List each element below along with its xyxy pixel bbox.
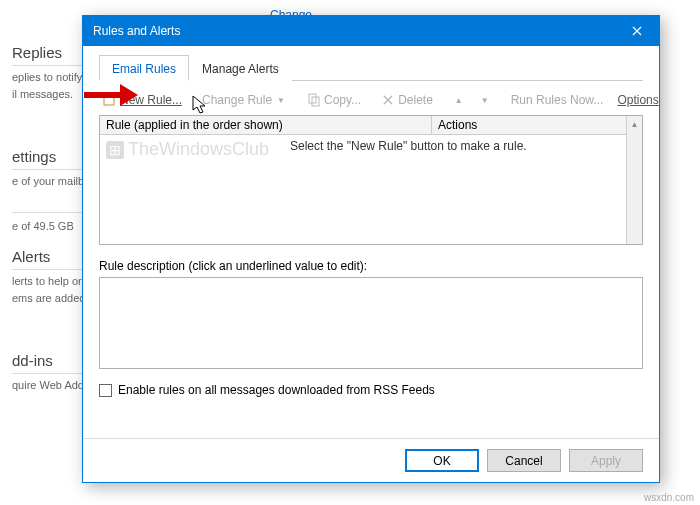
move-up-button[interactable]: ▲: [449, 94, 469, 107]
rss-checkbox[interactable]: [99, 384, 112, 397]
tab-manage-alerts[interactable]: Manage Alerts: [189, 55, 292, 81]
copy-label: Copy...: [324, 93, 361, 107]
watermark-text: TheWindowsClub: [128, 139, 269, 160]
delete-label: Delete: [398, 93, 433, 107]
rss-checkbox-row[interactable]: Enable rules on all messages downloaded …: [99, 383, 643, 397]
chevron-down-icon: ▼: [275, 96, 287, 105]
change-rule-label: Change Rule: [202, 93, 272, 107]
rule-description-label: Rule description (click an underlined va…: [99, 259, 643, 273]
close-button[interactable]: [614, 16, 659, 46]
scrollbar[interactable]: ▲: [626, 116, 642, 244]
ok-button[interactable]: OK: [405, 449, 479, 472]
dialog-title: Rules and Alerts: [93, 24, 614, 38]
rules-toolbar: New Rule... Change Rule ▼ Copy... Delete: [99, 87, 643, 115]
change-rule-button[interactable]: Change Rule ▼: [198, 91, 291, 109]
cancel-button[interactable]: Cancel: [487, 449, 561, 472]
scroll-up-icon: ▲: [627, 116, 642, 132]
delete-icon: [381, 93, 395, 107]
options-button[interactable]: Options: [613, 91, 662, 109]
image-credit: wsxdn.com: [644, 492, 694, 503]
column-actions[interactable]: Actions: [432, 116, 642, 134]
dialog-titlebar[interactable]: Rules and Alerts: [83, 16, 659, 46]
rules-and-alerts-dialog: Rules and Alerts Email Rules Manage Aler…: [82, 15, 660, 483]
apply-button[interactable]: Apply: [569, 449, 643, 472]
rule-list-body[interactable]: ⊞ TheWindowsClub Select the "New Rule" b…: [100, 135, 642, 244]
rule-description-box[interactable]: [99, 277, 643, 369]
move-down-button[interactable]: ▼: [475, 94, 495, 107]
delete-button[interactable]: Delete: [377, 91, 437, 109]
copy-icon: [307, 93, 321, 107]
empty-list-hint: Select the "New Rule" button to make a r…: [290, 139, 527, 153]
rule-list-header: Rule (applied in the order shown) Action…: [100, 116, 642, 135]
callout-arrow-icon: [82, 80, 138, 114]
run-rules-label: Run Rules Now...: [511, 93, 604, 107]
tab-bar: Email Rules Manage Alerts: [99, 54, 643, 81]
options-label: Options: [617, 93, 658, 107]
dialog-button-row: OK Cancel Apply: [83, 438, 659, 482]
run-rules-now-button[interactable]: Run Rules Now...: [507, 91, 608, 109]
arrow-up-icon: ▲: [453, 96, 465, 105]
copy-button[interactable]: Copy...: [303, 91, 365, 109]
rss-checkbox-label: Enable rules on all messages downloaded …: [118, 383, 435, 397]
close-icon: [632, 26, 642, 36]
rule-list: Rule (applied in the order shown) Action…: [99, 115, 643, 245]
arrow-down-icon: ▼: [479, 96, 491, 105]
watermark-icon: ⊞: [106, 141, 124, 159]
watermark: ⊞ TheWindowsClub: [106, 139, 269, 160]
tab-email-rules[interactable]: Email Rules: [99, 55, 189, 81]
column-rule[interactable]: Rule (applied in the order shown): [100, 116, 432, 134]
